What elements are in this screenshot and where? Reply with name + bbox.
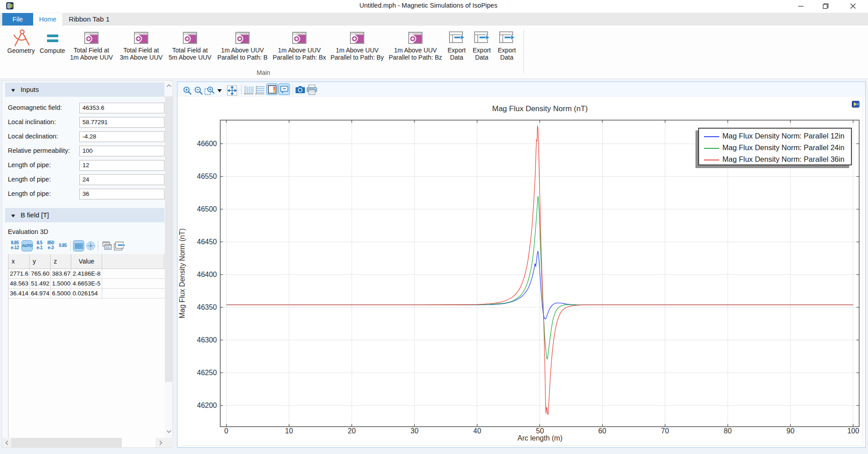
svg-text:46400: 46400	[197, 271, 217, 278]
svg-text:30: 30	[410, 427, 419, 435]
svg-text:0: 0	[225, 427, 229, 435]
svg-text:50: 50	[536, 427, 544, 435]
svg-text:20: 20	[348, 427, 356, 435]
svg-text:46450: 46450	[197, 238, 217, 246]
svg-text:46550: 46550	[197, 173, 217, 180]
svg-text:80: 80	[724, 427, 732, 435]
svg-text:46200: 46200	[197, 402, 217, 409]
svg-text:46600: 46600	[197, 140, 217, 147]
svg-text:70: 70	[661, 427, 669, 435]
svg-text:10: 10	[285, 427, 293, 435]
svg-text:60: 60	[598, 427, 606, 435]
svg-text:Mag Flux Density Norm (nT): Mag Flux Density Norm (nT)	[178, 229, 186, 319]
svg-text:100: 100	[847, 427, 859, 435]
svg-text:Mag Flux Density Norm (nT): Mag Flux Density Norm (nT)	[492, 104, 587, 113]
svg-text:46300: 46300	[197, 336, 217, 344]
svg-text:46350: 46350	[197, 303, 217, 311]
svg-text:46500: 46500	[197, 205, 217, 213]
svg-text:Arc length (m): Arc length (m)	[518, 434, 562, 442]
svg-text:46250: 46250	[197, 369, 217, 376]
svg-text:90: 90	[786, 427, 795, 435]
svg-text:40: 40	[473, 427, 481, 435]
